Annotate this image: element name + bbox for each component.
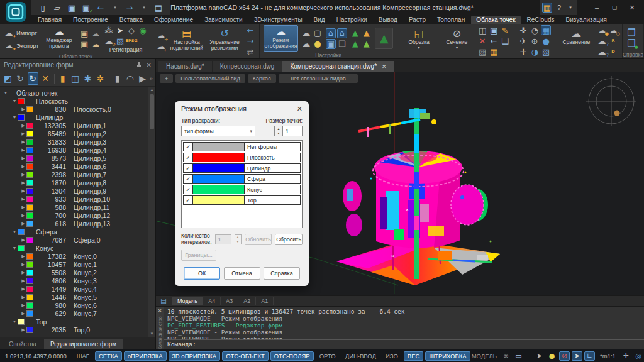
cloud-paint-icon[interactable]: ☁ <box>91 40 101 50</box>
panel-tab[interactable]: Редактирование форм <box>44 339 123 349</box>
tree-row[interactable]: ▶10457Конус,1 <box>0 260 148 268</box>
tree-row[interactable]: ▼Облако точек <box>0 89 148 97</box>
ribbon-button[interactable]: ☁Менеджер проекта <box>42 26 76 52</box>
status-toggle[interactable]: оПРИВЯЗКА <box>124 351 167 361</box>
sync-up-icon[interactable]: ← <box>245 25 255 35</box>
drawing-viewport[interactable]: +Пользовательский видКаркас--- нет связа… <box>156 72 644 295</box>
viewport-button[interactable]: Пользовательский вид <box>175 74 245 83</box>
ribbon-button[interactable]: ☁Сравнение <box>559 28 594 54</box>
cloud-query-icon[interactable]: ☁? <box>597 36 607 46</box>
tree-expand-icon[interactable]: ▼ <box>11 229 18 234</box>
select-form-icon[interactable]: ◩ <box>3 72 13 85</box>
lineweight-bulb-icon[interactable]: ● <box>547 351 557 361</box>
reset-button[interactable]: Сбросить <box>275 234 303 245</box>
points-scatter-icon[interactable]: ⁂ <box>104 25 114 35</box>
cloud-density-icon[interactable]: ☁ <box>301 39 311 49</box>
monitor-icon[interactable]: ▭ <box>513 351 524 361</box>
tree-row[interactable]: ▶3441Цилиндр,6 <box>0 162 148 170</box>
copy-view-icon[interactable]: ❏ <box>337 39 347 49</box>
ribbon-tab-14[interactable]: Визуализация <box>560 16 611 24</box>
row-checkbox[interactable]: ✓ <box>184 164 193 172</box>
tree-row[interactable]: ▶1449Конус,4 <box>0 285 148 293</box>
refit-form-icon[interactable]: ↻ <box>15 72 26 85</box>
point-cloud-icon[interactable]: ☁ <box>91 29 101 39</box>
snap-house-icon[interactable]: ⌂ <box>326 28 336 38</box>
delete-form-icon[interactable]: ✕ <box>40 72 51 85</box>
cloud-info-icon[interactable]: ☁● <box>597 25 607 35</box>
layout-tab[interactable]: A4 <box>203 297 221 305</box>
row-checkbox[interactable]: ✓ <box>184 185 193 194</box>
ribbon-button[interactable]: ▤Настройка подключений <box>169 28 204 54</box>
ribbon-button[interactable]: ◱Обрезка▾ <box>401 28 436 54</box>
tree-row[interactable]: ▶618Цилиндр,13 <box>0 219 148 228</box>
lod-layers-icon[interactable]: ▦ <box>541 25 551 35</box>
tree-row[interactable]: ▶1304Цилиндр,9 <box>0 187 148 195</box>
tree-expand-icon[interactable]: ▶ <box>20 156 26 161</box>
help-dropdown-icon[interactable]: ▾ <box>566 1 575 14</box>
ribbon-tab-9[interactable]: Вывод <box>374 16 402 24</box>
row-checkbox[interactable]: ✓ <box>184 175 193 183</box>
status-toggle[interactable]: СЕТКА <box>95 351 122 361</box>
panel-close-icon[interactable]: ✕ <box>147 62 152 69</box>
cloud-box-icon[interactable]: ▧ <box>115 36 125 46</box>
tree-expand-icon[interactable]: ▶ <box>20 254 26 259</box>
cancel-button[interactable]: Отмена <box>224 267 260 280</box>
tree-expand-icon[interactable]: ▼ <box>11 319 18 324</box>
door-section-icon[interactable]: ◫ <box>477 25 487 35</box>
ribbon-tab-2[interactable]: Построение <box>68 16 113 24</box>
sphere-view-icon[interactable]: ● <box>541 36 551 46</box>
ribbon-button[interactable]: ↺Управление ревизиями <box>207 28 242 54</box>
no-constraints-icon[interactable]: ⊘ <box>559 351 570 361</box>
shape-color-row[interactable]: ✓Конус <box>183 185 301 194</box>
ribbon-button[interactable]: ⊘Сечение▾ <box>440 28 474 54</box>
tree-expand-icon[interactable]: ▶ <box>20 213 26 218</box>
tree-classify-icon[interactable]: ▲ <box>350 28 360 38</box>
selection-cycling-icon[interactable]: ➤ <box>534 351 545 361</box>
status-toggle[interactable]: ВЕС <box>404 351 424 361</box>
viewport-button[interactable]: --- нет связанных видов --- <box>279 74 358 83</box>
cloud-lamp-icon[interactable]: ☁ <box>301 28 311 38</box>
tree-row[interactable]: ▶17382Конус,0 <box>0 252 148 260</box>
dialog-close-icon[interactable]: ✕ <box>297 105 303 113</box>
forms-visibility-icon[interactable]: ◫ <box>70 72 80 85</box>
save-as-icon[interactable]: ▣✓ <box>81 3 91 13</box>
annotation-scale-value[interactable]: *m1:1 <box>600 353 616 359</box>
lamp-icon[interactable]: ● <box>313 39 323 49</box>
tree-expand-icon[interactable]: ▶ <box>20 303 26 308</box>
spin-up-icon[interactable]: ▲ <box>275 126 282 131</box>
tree-expand-icon[interactable]: ▶ <box>20 131 26 136</box>
db-export-cloud-icon[interactable]: ☁← <box>156 41 166 52</box>
redo-icon[interactable]: → <box>125 3 135 13</box>
tree-expand-icon[interactable]: ▶ <box>20 287 26 292</box>
tree-row[interactable]: ▶1446Конус,5 <box>0 293 148 301</box>
segment-icon[interactable]: ▮ <box>57 72 68 85</box>
row-checkbox[interactable]: ✓ <box>184 143 193 151</box>
refit-selected-icon[interactable]: ↻ <box>28 72 38 85</box>
viewport-grid-icon[interactable]: ▦ <box>489 47 499 57</box>
tree-expand-icon[interactable]: ▼ <box>11 246 18 250</box>
undo-dropdown-icon[interactable]: ▾ <box>110 3 120 13</box>
save-section-icon[interactable]: ▣ <box>489 25 499 35</box>
tree-row[interactable]: ▶588Цилиндр,11 <box>0 203 148 211</box>
model-space-label[interactable]: МОДЕЛЬ <box>472 353 497 359</box>
tree-row[interactable]: ▶980Конус,6 <box>0 301 148 309</box>
link-scale-icon[interactable]: ∞ <box>501 351 511 361</box>
ucs-world-icon[interactable]: ⊕ <box>530 36 540 46</box>
status-toggle[interactable]: ДИН-ВВОД <box>341 351 380 361</box>
tree-expand-icon[interactable]: ▶ <box>20 278 26 283</box>
db-import-cloud-icon[interactable]: ☁➜ <box>156 31 166 41</box>
register-plane-icon[interactable]: ◇ <box>126 25 136 35</box>
layout-tab[interactable]: A3 <box>221 297 238 305</box>
tree-expand-icon[interactable]: ▶ <box>20 164 26 169</box>
tree-expand-icon[interactable]: ▼ <box>11 99 18 103</box>
shape-color-row[interactable]: ✓Сфера <box>183 174 301 184</box>
ribbon-tab-11[interactable]: Топоплан <box>432 16 470 24</box>
cloud-globe-icon[interactable]: ◉ <box>138 25 148 35</box>
command-close-icon[interactable]: ✕ <box>158 308 162 314</box>
help-book-icon[interactable]: ❐ <box>626 28 636 38</box>
cylinder-tool-icon[interactable]: ▮ <box>113 72 123 85</box>
shape-color-row[interactable]: ✓Нет формы <box>183 142 301 151</box>
raster-view-icon[interactable]: ▣ <box>326 39 336 49</box>
ribbon-button[interactable]: ▲ <box>375 28 393 49</box>
status-toggle[interactable]: 3D оПРИВЯЗКА <box>169 351 221 361</box>
